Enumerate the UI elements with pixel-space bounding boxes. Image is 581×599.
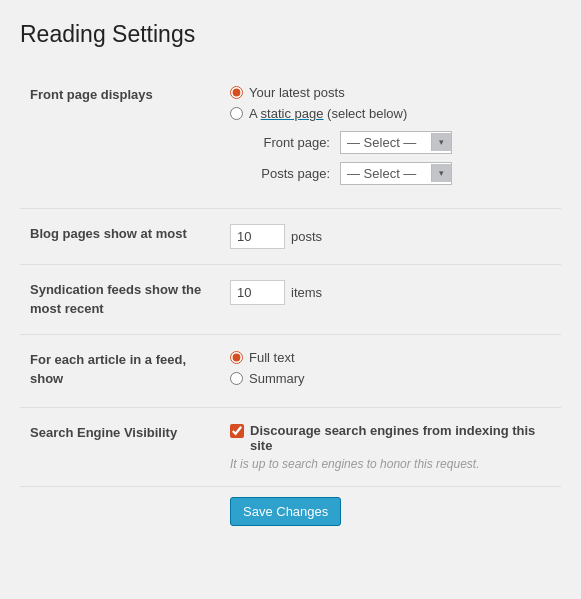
radio-latest-input[interactable]: [230, 86, 243, 99]
radio-static-page[interactable]: A static page (select below): [230, 106, 551, 121]
front-page-row: Front page displays Your latest posts A …: [20, 70, 561, 209]
feed-article-row: For each article in a feed, show Full te…: [20, 334, 561, 407]
posts-page-select-wrapper[interactable]: — Select — ▾: [340, 162, 452, 185]
front-page-value: Your latest posts A static page (select …: [220, 70, 561, 209]
search-visibility-checkbox[interactable]: [230, 424, 244, 438]
syndication-row: Syndication feeds show the most recent i…: [20, 264, 561, 334]
static-page-link[interactable]: static page: [261, 106, 324, 121]
feed-article-label: For each article in a feed, show: [20, 334, 220, 407]
radio-summary-input[interactable]: [230, 372, 243, 385]
front-page-select[interactable]: — Select —: [341, 132, 431, 153]
front-page-label: Front page displays: [20, 70, 220, 209]
blog-pages-input[interactable]: [230, 224, 285, 249]
page-wrapper: Reading Settings Front page displays You…: [0, 0, 581, 561]
syndication-value: items: [220, 264, 561, 334]
blog-pages-suffix: posts: [291, 229, 322, 244]
radio-full-text-input[interactable]: [230, 351, 243, 364]
posts-page-dropdown-arrow[interactable]: ▾: [431, 164, 451, 182]
radio-summary[interactable]: Summary: [230, 371, 551, 386]
page-title: Reading Settings: [20, 20, 561, 50]
search-visibility-hint: It is up to search engines to honor this…: [230, 457, 551, 471]
search-visibility-value: Discourage search engines from indexing …: [220, 407, 561, 486]
feed-article-value: Full text Summary: [220, 334, 561, 407]
front-page-select-wrapper[interactable]: — Select — ▾: [340, 131, 452, 154]
radio-latest-label: Your latest posts: [249, 85, 345, 100]
radio-static-label: A static page (select below): [249, 106, 407, 121]
settings-table: Front page displays Your latest posts A …: [20, 70, 561, 541]
search-visibility-label: Search Engine Visibility: [20, 407, 220, 486]
blog-pages-row: Blog pages show at most posts: [20, 208, 561, 264]
search-visibility-row: Search Engine Visibility Discourage sear…: [20, 407, 561, 486]
search-visibility-checkbox-row: Discourage search engines from indexing …: [230, 423, 551, 453]
sub-fields: Front page: — Select — ▾ Posts page:: [240, 131, 551, 185]
save-button[interactable]: Save Changes: [230, 497, 341, 526]
radio-summary-label: Summary: [249, 371, 305, 386]
radio-full-text[interactable]: Full text: [230, 350, 551, 365]
front-page-select-label: Front page:: [240, 135, 330, 150]
radio-static-input[interactable]: [230, 107, 243, 120]
blog-pages-value: posts: [220, 208, 561, 264]
syndication-input[interactable]: [230, 280, 285, 305]
radio-full-text-label: Full text: [249, 350, 295, 365]
footer-row: Save Changes: [20, 486, 561, 541]
front-page-dropdown-arrow[interactable]: ▾: [431, 133, 451, 151]
posts-page-select-row: Posts page: — Select — ▾: [240, 162, 551, 185]
front-page-select-row: Front page: — Select — ▾: [240, 131, 551, 154]
posts-page-select[interactable]: — Select —: [341, 163, 431, 184]
blog-pages-label: Blog pages show at most: [20, 208, 220, 264]
radio-latest-posts[interactable]: Your latest posts: [230, 85, 551, 100]
syndication-suffix: items: [291, 285, 322, 300]
syndication-label: Syndication feeds show the most recent: [20, 264, 220, 334]
search-visibility-checkbox-label: Discourage search engines from indexing …: [250, 423, 551, 453]
posts-page-select-label: Posts page:: [240, 166, 330, 181]
